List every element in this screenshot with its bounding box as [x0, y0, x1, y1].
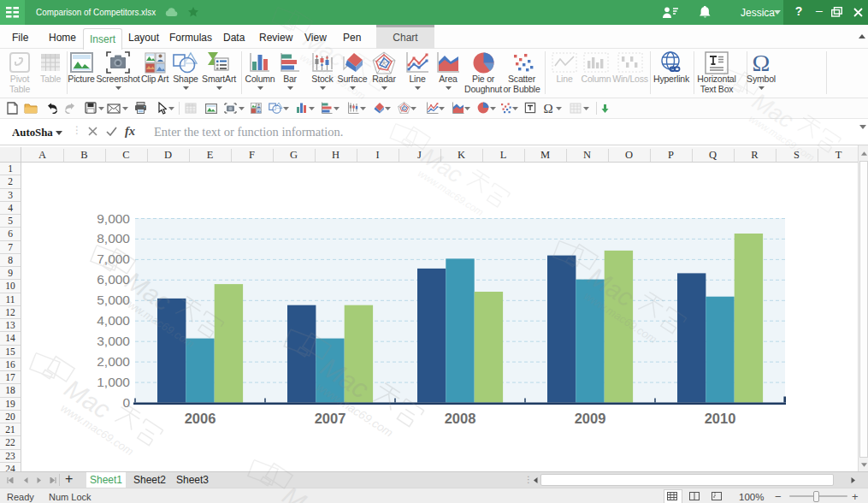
svg-text:2,000: 2,000: [97, 354, 130, 369]
svg-text:2006: 2006: [185, 411, 216, 426]
svg-text:2009: 2009: [575, 411, 606, 426]
svg-text:9,000: 9,000: [97, 211, 130, 226]
svg-text:Ω: Ω: [543, 102, 552, 115]
svg-text:3,000: 3,000: [97, 334, 130, 348]
svg-text:2010: 2010: [705, 411, 736, 426]
svg-text:Ω: Ω: [753, 50, 771, 74]
